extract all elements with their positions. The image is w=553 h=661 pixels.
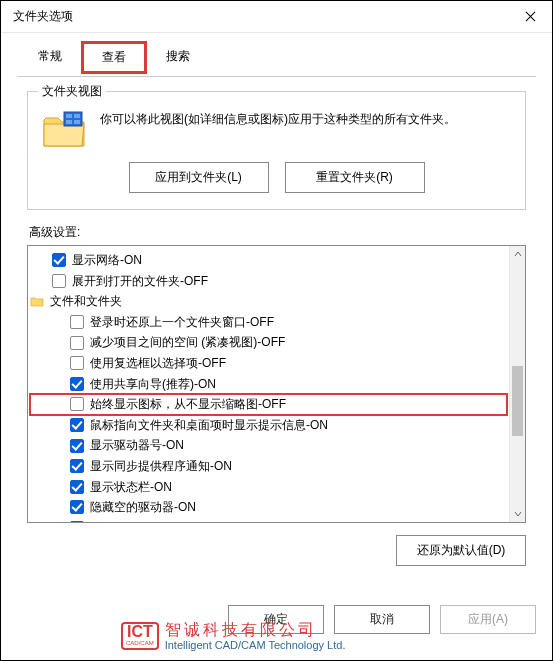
dialog-footer: 确定 取消 应用(A): [1, 597, 552, 642]
checkbox[interactable]: [70, 418, 84, 432]
scrollbar[interactable]: [509, 246, 525, 522]
checkbox[interactable]: [52, 253, 66, 267]
tree-checkbox-item[interactable]: 减少项目之间的空间 (紧凑视图)-OFF: [30, 332, 507, 353]
close-button[interactable]: [508, 1, 552, 33]
tree-checkbox-item[interactable]: 使用共享向导(推荐)-ON: [30, 374, 507, 395]
tree-item-label: 鼠标指向文件夹和桌面项时显示提示信息-ON: [90, 416, 328, 435]
tree-item-label: 使用共享向导(推荐)-ON: [90, 375, 216, 394]
tree-item-label: 展开到打开的文件夹-OFF: [72, 272, 208, 291]
tree-checkbox-item[interactable]: 显示状态栏-ON: [30, 477, 507, 498]
tree-checkbox-item[interactable]: 显示同步提供程序通知-ON: [30, 456, 507, 477]
tree-item-label: 文件和文件夹: [50, 292, 122, 311]
tree-item-label: 隐藏空的驱动器-ON: [90, 498, 196, 517]
window-title: 文件夹选项: [13, 8, 73, 25]
scroll-track[interactable]: [510, 262, 525, 506]
tree-item-label: 减少项目之间的空间 (紧凑视图)-OFF: [90, 333, 285, 352]
tree-checkbox-item[interactable]: 隐藏空的驱动器-ON: [30, 497, 507, 518]
folder-view-group: 文件夹视图 你可以将此视图(如详细信息或图标)应用于这种类型的所有文件夹。 应用…: [27, 91, 526, 210]
ok-button[interactable]: 确定: [228, 605, 324, 634]
checkbox[interactable]: [70, 356, 84, 370]
svg-rect-4: [74, 120, 80, 124]
checkbox[interactable]: [70, 397, 84, 411]
scroll-thumb[interactable]: [512, 366, 523, 436]
tree-checkbox-item[interactable]: 鼠标指向文件夹和桌面项时显示提示信息-ON: [30, 415, 507, 436]
folder-view-title: 文件夹视图: [38, 83, 106, 100]
tree-checkbox-item[interactable]: 始终显示图标，从不显示缩略图-OFF: [30, 394, 507, 415]
checkbox[interactable]: [70, 377, 84, 391]
title-bar: 文件夹选项: [1, 1, 552, 33]
scroll-up-button[interactable]: [510, 246, 525, 262]
tree-item-label: 显示状态栏-ON: [90, 478, 172, 497]
close-icon: [525, 11, 536, 22]
tree-checkbox-item[interactable]: 展开到打开的文件夹-OFF: [30, 271, 507, 292]
folder-small-icon: [30, 295, 44, 307]
reset-folders-button[interactable]: 重置文件夹(R): [285, 162, 425, 193]
checkbox[interactable]: [70, 315, 84, 329]
tree-checkbox-item[interactable]: 隐藏受保护的操作系统文件(推荐)-ON: [30, 518, 507, 522]
tree-checkbox-item[interactable]: 显示网络-ON: [30, 250, 507, 271]
checkbox[interactable]: [70, 500, 84, 514]
tab-content: 文件夹视图 你可以将此视图(如详细信息或图标)应用于这种类型的所有文件夹。 应用…: [17, 76, 536, 576]
checkbox[interactable]: [70, 336, 84, 350]
tree-item-label: 显示驱动器号-ON: [90, 436, 184, 455]
tree-item-label: 登录时还原上一个文件夹窗口-OFF: [90, 313, 274, 332]
tab-view[interactable]: 查看: [81, 41, 147, 74]
tree-checkbox-item[interactable]: 登录时还原上一个文件夹窗口-OFF: [30, 312, 507, 333]
folder-icon: [42, 110, 86, 150]
tab-strip: 常规 查看 搜索: [1, 33, 552, 74]
tree-item-label: 显示网络-ON: [72, 251, 142, 270]
svg-rect-3: [66, 120, 72, 124]
tab-search[interactable]: 搜索: [149, 41, 207, 74]
tree-item-label: 使用复选框以选择项-OFF: [90, 354, 226, 373]
apply-button[interactable]: 应用(A): [440, 605, 536, 634]
tree-checkbox-item[interactable]: 使用复选框以选择项-OFF: [30, 353, 507, 374]
tab-general[interactable]: 常规: [21, 41, 79, 74]
tree-folder: 文件和文件夹: [30, 291, 507, 312]
checkbox[interactable]: [70, 459, 84, 473]
tree-checkbox-item[interactable]: 显示驱动器号-ON: [30, 435, 507, 456]
advanced-settings-label: 高级设置:: [29, 224, 526, 241]
checkbox[interactable]: [70, 521, 84, 522]
tree-item-label: 显示同步提供程序通知-ON: [90, 457, 232, 476]
checkbox[interactable]: [70, 439, 84, 453]
advanced-settings-box: 显示网络-ON展开到打开的文件夹-OFF文件和文件夹登录时还原上一个文件夹窗口-…: [27, 245, 526, 523]
checkbox[interactable]: [70, 480, 84, 494]
tree-item-label: 始终显示图标，从不显示缩略图-OFF: [90, 395, 286, 414]
svg-rect-2: [74, 114, 80, 118]
svg-rect-1: [66, 114, 72, 118]
folder-view-desc: 你可以将此视图(如详细信息或图标)应用于这种类型的所有文件夹。: [100, 110, 456, 128]
checkbox[interactable]: [52, 274, 66, 288]
restore-defaults-button[interactable]: 还原为默认值(D): [396, 535, 526, 566]
cancel-button[interactable]: 取消: [334, 605, 430, 634]
advanced-settings-tree[interactable]: 显示网络-ON展开到打开的文件夹-OFF文件和文件夹登录时还原上一个文件夹窗口-…: [28, 246, 509, 522]
tree-item-label: 隐藏受保护的操作系统文件(推荐)-ON: [90, 519, 288, 522]
scroll-down-button[interactable]: [510, 506, 525, 522]
apply-to-folders-button[interactable]: 应用到文件夹(L): [129, 162, 269, 193]
